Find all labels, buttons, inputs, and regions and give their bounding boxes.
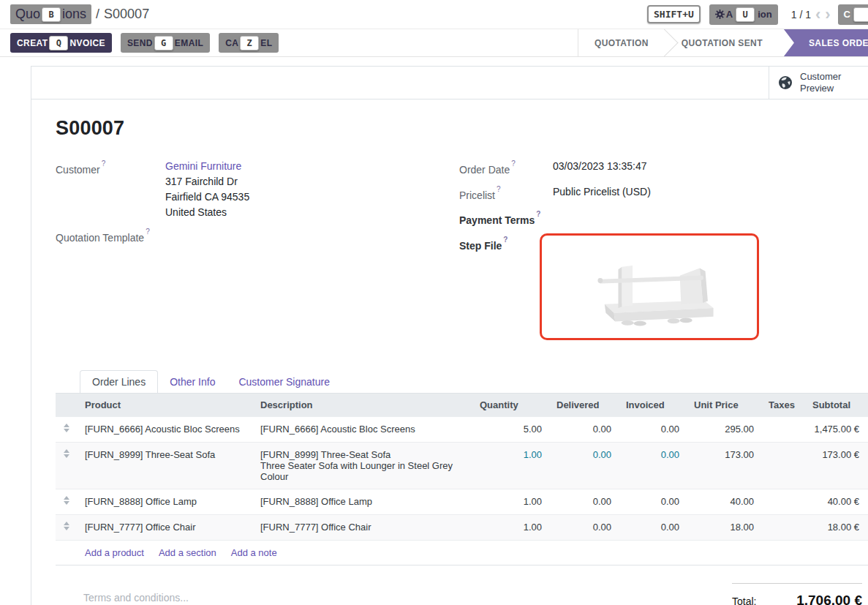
drag-handle-icon[interactable] bbox=[56, 416, 78, 442]
drag-handle-icon[interactable] bbox=[56, 442, 78, 489]
subtotal-column-header[interactable]: Subtotal bbox=[805, 393, 867, 416]
cell-quantity[interactable]: 1.00 bbox=[472, 442, 549, 489]
chevron-left-icon[interactable]: ‹ bbox=[815, 7, 820, 22]
cell-invoiced[interactable]: 0.00 bbox=[619, 442, 687, 489]
top-right-controls: SHIFT+U AUion 1 / 1 ‹ › C bbox=[646, 4, 868, 25]
cell-product[interactable]: [FURN_8888] Office Lamp bbox=[78, 489, 253, 514]
drag-handle-icon[interactable] bbox=[56, 514, 78, 540]
customer-label: Customer? bbox=[56, 159, 165, 220]
tab-other-info[interactable]: Other Info bbox=[158, 371, 227, 393]
drag-handle-icon[interactable] bbox=[56, 489, 78, 514]
description-column-header[interactable]: Description bbox=[253, 393, 472, 416]
footer-links-cell: Add a productAdd a sectionAdd a note bbox=[56, 540, 868, 565]
statusbar-chevron-separator bbox=[665, 29, 665, 56]
cell-description[interactable]: [FURN_8999] Three-Seat Sofa Three Seater… bbox=[253, 442, 472, 489]
cancel-pre: CA bbox=[225, 38, 238, 48]
tab-customer-signature[interactable]: Customer Signature bbox=[227, 371, 341, 393]
cell-delivered[interactable]: 0.00 bbox=[549, 416, 619, 442]
cell-unit-price[interactable]: 295.00 bbox=[687, 416, 761, 442]
add-a-product-link[interactable]: Add a product bbox=[85, 547, 144, 558]
key-hint-u: U bbox=[736, 7, 755, 22]
unit-price-column-header[interactable]: Unit Price bbox=[687, 393, 761, 416]
cell-taxes[interactable] bbox=[761, 416, 805, 442]
cell-quantity[interactable]: 1.00 bbox=[472, 514, 549, 540]
address-line: 317 Fairchild Dr bbox=[165, 174, 249, 189]
status-step-sales-order[interactable]: SALES ORDER bbox=[784, 29, 868, 56]
payment-terms-label: Payment Terms? bbox=[459, 209, 553, 228]
status-step-quotation-sent[interactable]: QUOTATION SENT bbox=[665, 29, 779, 56]
chevron-right-icon[interactable]: › bbox=[825, 7, 830, 22]
customer-preview-button[interactable]: Customer Preview bbox=[769, 67, 868, 99]
customer-value-block: Gemini Furniture 317 Fairchild DrFairfie… bbox=[165, 159, 249, 220]
breadcrumb-separator: / bbox=[96, 7, 99, 22]
pricelist-value[interactable]: Public Pricelist (USD) bbox=[553, 184, 651, 203]
tab-order-lines[interactable]: Order Lines bbox=[80, 370, 158, 393]
field-pricelist: Pricelist? Public Pricelist (USD) bbox=[459, 184, 868, 203]
address-line: Fairfield CA 94535 bbox=[165, 189, 249, 205]
cell-taxes[interactable] bbox=[761, 442, 805, 489]
cell-subtotal[interactable]: 173.00 € bbox=[805, 442, 867, 489]
send-email-button[interactable]: SENDGEMAIL bbox=[121, 33, 210, 53]
cell-description[interactable]: [FURN_8888] Office Lamp bbox=[253, 489, 472, 514]
action-menu-button[interactable]: AUion bbox=[709, 4, 778, 25]
help-icon: ? bbox=[146, 228, 150, 236]
cell-description[interactable]: [FURN_6666] Acoustic Bloc Screens bbox=[253, 416, 472, 442]
button-box: Customer Preview bbox=[31, 67, 868, 99]
order-date-value[interactable]: 03/03/2023 13:35:47 bbox=[553, 159, 646, 178]
edge-cut-button[interactable]: C bbox=[838, 4, 868, 25]
add-a-section-link[interactable]: Add a section bbox=[159, 547, 216, 558]
cell-invoiced[interactable]: 0.00 bbox=[619, 514, 687, 540]
cell-delivered[interactable]: 0.00 bbox=[549, 489, 619, 514]
cell-subtotal[interactable]: 40.00 € bbox=[805, 489, 867, 514]
cell-taxes[interactable] bbox=[761, 514, 805, 540]
statusbar: QUOTATIONQUOTATION SENTSALES ORDER bbox=[578, 29, 868, 56]
globe-icon bbox=[778, 75, 793, 90]
table-row: [FURN_8888] Office Lamp[FURN_8888] Offic… bbox=[56, 489, 868, 514]
add-a-note-link[interactable]: Add a note bbox=[231, 547, 277, 558]
invoiced-column-header[interactable]: Invoiced bbox=[619, 393, 687, 416]
cell-quantity[interactable]: 5.00 bbox=[472, 416, 549, 442]
breadcrumb-current: S00007 bbox=[104, 7, 149, 22]
cell-subtotal[interactable]: 18.00 € bbox=[805, 514, 867, 540]
key-hint-q: Q bbox=[49, 36, 68, 50]
cell-taxes[interactable] bbox=[761, 489, 805, 514]
send-email-pre: SEND bbox=[127, 38, 153, 48]
total-value: 1,706.00 € bbox=[796, 593, 862, 605]
cell-invoiced[interactable]: 0.00 bbox=[619, 416, 687, 442]
cell-invoiced[interactable]: 0.00 bbox=[619, 489, 687, 514]
key-hint-z: Z bbox=[240, 36, 259, 50]
step-file-attention-box[interactable] bbox=[540, 233, 759, 340]
cell-delivered[interactable]: 0.00 bbox=[549, 514, 619, 540]
field-group: Customer? Gemini Furniture 317 Fairchild… bbox=[56, 159, 868, 347]
cell-product[interactable]: [FURN_6666] Acoustic Bloc Screens bbox=[78, 416, 253, 442]
cell-unit-price[interactable]: 18.00 bbox=[687, 514, 761, 540]
customer-link[interactable]: Gemini Furniture bbox=[165, 159, 249, 174]
key-hint-b: B bbox=[42, 7, 61, 22]
order-lines-table: Product Description Quantity Delivered I… bbox=[56, 393, 868, 565]
cell-delivered[interactable]: 0.00 bbox=[549, 442, 619, 489]
cancel-button[interactable]: CAZEL bbox=[219, 33, 279, 53]
breadcrumb-quotations[interactable]: QuoBions bbox=[10, 4, 91, 24]
cell-unit-price[interactable]: 173.00 bbox=[687, 442, 761, 489]
action-label-pre: A bbox=[726, 9, 733, 20]
help-icon: ? bbox=[497, 185, 501, 193]
field-quotation-template: Quotation Template? bbox=[56, 227, 459, 246]
cell-product[interactable]: [FURN_8999] Three-Seat Sofa bbox=[78, 442, 253, 489]
cell-unit-price[interactable]: 40.00 bbox=[687, 489, 761, 514]
cell-quantity[interactable]: 1.00 bbox=[472, 489, 549, 514]
taxes-column-header[interactable]: Taxes bbox=[761, 393, 805, 416]
cell-description[interactable]: [FURN_7777] Office Chair bbox=[253, 514, 472, 540]
step-file-label: Step File? bbox=[459, 235, 553, 340]
cell-subtotal[interactable]: 1,475.00 € bbox=[805, 416, 867, 442]
cell-product[interactable]: [FURN_7777] Office Chair bbox=[78, 514, 253, 540]
terms-placeholder[interactable]: Terms and conditions... bbox=[83, 583, 189, 604]
odoo-sales-order-screen: QuoBions / S00007 SHIFT+U AUion 1 / 1 ‹ … bbox=[0, 0, 868, 605]
total-label: Total: bbox=[732, 595, 756, 605]
product-column-header[interactable]: Product bbox=[78, 393, 253, 416]
customer-address: 317 Fairchild DrFairfield CA 94535United… bbox=[165, 174, 249, 220]
field-step-file: Step File? bbox=[459, 235, 868, 340]
quantity-column-header[interactable]: Quantity bbox=[472, 393, 549, 416]
record-title: S00007 bbox=[56, 117, 868, 140]
delivered-column-header[interactable]: Delivered bbox=[549, 393, 619, 416]
create-invoice-button[interactable]: CREATQNVOICE bbox=[10, 33, 112, 53]
